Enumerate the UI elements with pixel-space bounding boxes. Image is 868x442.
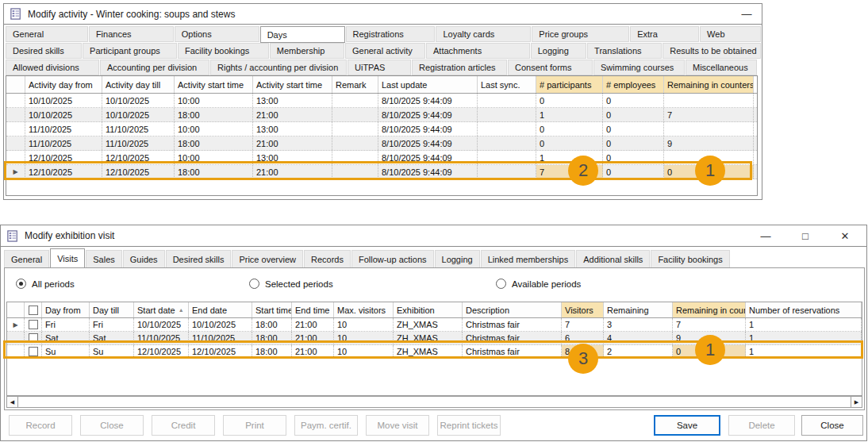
tab-sales[interactable]: Sales — [86, 250, 122, 267]
column-header-remaining-in-counters[interactable]: Remaining in counters — [664, 76, 754, 93]
tab-facility-bookings[interactable]: Facility bookings — [651, 250, 729, 267]
column-header-number-of-reservations[interactable]: Number of reservations — [746, 302, 862, 317]
tab-follow-up-actions[interactable]: Follow-up actions — [351, 250, 434, 267]
table-row[interactable]: 10/10/202510/10/202518:0021:008/10/2025 … — [6, 108, 757, 122]
tab-miscellaneous[interactable]: Miscellaneous — [686, 60, 757, 75]
tab-logging[interactable]: Logging — [531, 43, 586, 59]
delete-button[interactable]: Delete — [728, 415, 795, 436]
table-row[interactable]: 11/10/202511/10/202518:0021:008/10/2025 … — [6, 136, 757, 151]
cell-activity-start-time: 13:00 — [253, 122, 332, 136]
tab-price-groups[interactable]: Price groups — [532, 26, 629, 42]
tab-linked-memberships[interactable]: Linked memberships — [481, 250, 576, 267]
row-selector-cell — [6, 151, 25, 164]
tab-loyalty-cards[interactable]: Loyalty cards — [436, 26, 531, 42]
tab-extra[interactable]: Extra — [630, 26, 699, 42]
table-row[interactable]: SuSu12/10/202512/10/202518:0021:0010ZH_X… — [7, 345, 862, 359]
scrollbar-thumb[interactable] — [18, 397, 851, 407]
row-checkbox[interactable] — [25, 332, 42, 344]
scroll-left-icon[interactable]: ◀ — [7, 397, 17, 407]
close-button[interactable]: ✕ — [838, 231, 852, 241]
column-header-remaining-in-counters[interactable]: Remaining in counters — [673, 302, 746, 317]
row-checkbox[interactable] — [25, 318, 42, 331]
table-row[interactable]: 10/10/202510/10/202510:0013:008/10/2025 … — [6, 94, 757, 108]
column-header-last-sync[interactable]: Last sync. — [478, 76, 536, 93]
tab-days[interactable]: Days — [260, 26, 345, 43]
column-header-employees[interactable]: # employees — [603, 76, 664, 93]
credit-button[interactable]: Credit — [152, 415, 215, 436]
scroll-right-icon[interactable]: ▶ — [851, 397, 862, 407]
minimize-button[interactable]: — — [739, 9, 754, 19]
tab-additional-skills[interactable]: Additional skills — [576, 250, 650, 267]
column-header-participants[interactable]: # participants — [536, 76, 603, 93]
table-row[interactable]: ▶FriFri10/10/202510/10/202518:0021:0010Z… — [7, 318, 862, 332]
column-header-activity-start-time[interactable]: Activity start time — [175, 76, 253, 93]
select-all-checkbox[interactable] — [25, 302, 42, 317]
move-visit-button[interactable]: Move visit — [366, 415, 429, 436]
radio-available-periods[interactable]: Available periods — [496, 279, 581, 289]
column-header-activity-day-from[interactable]: Activity day from — [25, 76, 102, 93]
table-row[interactable]: 11/10/202511/10/202510:0013:008/10/2025 … — [6, 122, 757, 136]
tab-participant-groups[interactable]: Participant groups — [83, 43, 177, 59]
tab-allowed-divisions[interactable]: Allowed divisions — [6, 60, 99, 75]
tab-general[interactable]: General — [4, 250, 49, 267]
column-header-day-from[interactable]: Day from — [42, 302, 90, 317]
tab-accounting-per-division[interactable]: Accounting per division — [100, 60, 209, 75]
table-row[interactable]: SatSat11/10/202511/10/202518:0021:0010ZH… — [7, 332, 862, 345]
column-header-day-till[interactable]: Day till — [90, 302, 134, 317]
column-header-start-date[interactable]: Start date▲ — [134, 302, 189, 317]
tab-web[interactable]: Web — [700, 26, 761, 42]
horizontal-scrollbar[interactable]: ◀ ▶ — [6, 396, 862, 408]
tab-price-overview[interactable]: Price overview — [232, 250, 303, 267]
tab-uitpas[interactable]: UiTPAS — [348, 60, 411, 75]
grid-header-row: Activity day fromActivity day tillActivi… — [6, 76, 757, 94]
column-header-max-visitors[interactable]: Max. visitors — [334, 302, 394, 317]
radio-all-periods[interactable]: All periods — [16, 279, 75, 289]
row-checkbox[interactable] — [25, 345, 42, 358]
tab-consent-forms[interactable]: Consent forms — [508, 60, 593, 75]
minimize-button[interactable]: — — [759, 231, 773, 241]
tab-options[interactable]: Options — [175, 26, 259, 42]
close-button[interactable]: Close — [80, 415, 144, 436]
radio-selected-periods[interactable]: Selected periods — [249, 279, 333, 289]
tab-facility-bookings[interactable]: Facility bookings — [178, 43, 269, 59]
reprint-tickets-button[interactable]: Reprint tickets — [437, 415, 501, 436]
tab-registration-articles[interactable]: Registration articles — [412, 60, 507, 75]
column-header-start-time[interactable]: Start time — [252, 302, 292, 317]
column-header-end-date[interactable]: End date — [189, 302, 252, 317]
column-header-activity-start-time[interactable]: Activity start time — [253, 76, 332, 93]
record-button[interactable]: Record — [9, 415, 72, 436]
column-header-remark[interactable]: Remark — [332, 76, 378, 93]
tab-desired-skills[interactable]: Desired skills — [166, 250, 232, 267]
column-header-visitors[interactable]: Visitors — [562, 302, 604, 317]
tab-visits[interactable]: Visits — [50, 248, 85, 267]
maximize-button[interactable]: □ — [798, 231, 812, 241]
tab-logging[interactable]: Logging — [435, 250, 480, 267]
paym-certif-button[interactable]: Paym. certif. — [294, 415, 358, 436]
table-row[interactable]: 12/10/202512/10/202510:0013:008/10/2025 … — [6, 151, 757, 165]
tab-finances[interactable]: Finances — [89, 26, 174, 42]
tab-desired-skills[interactable]: Desired skills — [6, 43, 82, 59]
print-button[interactable]: Print — [223, 415, 286, 436]
tab-membership[interactable]: Membership — [270, 43, 344, 59]
column-header-remaining[interactable]: Remaining — [604, 302, 673, 317]
save-button[interactable]: Save — [654, 415, 720, 436]
document-icon — [10, 8, 21, 20]
close-button[interactable]: Close — [801, 415, 863, 436]
tab-swimming-courses[interactable]: Swimming courses — [593, 60, 685, 75]
column-header-description[interactable]: Description — [463, 302, 562, 317]
cell-employees: 0 — [603, 136, 664, 150]
tab-general[interactable]: General — [6, 26, 88, 42]
tab-rights-accounting-per-division[interactable]: Rights / accounting per division — [210, 60, 347, 75]
column-header-activity-day-till[interactable]: Activity day till — [102, 76, 175, 93]
tab-guides[interactable]: Guides — [123, 250, 165, 267]
tab-registrations[interactable]: Registrations — [346, 26, 436, 42]
column-header-last-update[interactable]: Last update — [378, 76, 478, 93]
tab-records[interactable]: Records — [304, 250, 351, 267]
tab-results-to-be-obtained[interactable]: Results to be obtained — [663, 43, 761, 59]
table-row[interactable]: ▶12/10/202512/10/202518:0021:008/10/2025… — [6, 165, 757, 179]
tab-translations[interactable]: Translations — [587, 43, 662, 59]
tab-attachments[interactable]: Attachments — [426, 43, 530, 59]
column-header-end-time[interactable]: End time — [292, 302, 334, 317]
tab-general-activity[interactable]: General activity — [345, 43, 425, 59]
column-header-exhibition[interactable]: Exhibition — [394, 302, 463, 317]
